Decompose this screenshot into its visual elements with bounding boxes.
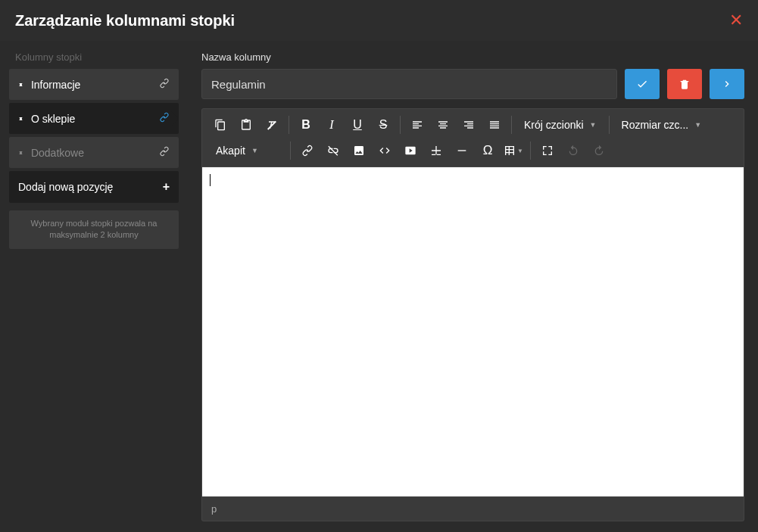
text-cursor [210, 174, 211, 186]
font-size-select[interactable]: Rozmiar czc...▼ [614, 114, 710, 136]
chevron-down-icon: ▼ [694, 121, 701, 129]
column-name-input[interactable] [201, 69, 617, 99]
modal: Zarządzanie kolumnami stopki ✕ Kolumny s… [0, 0, 758, 532]
main-panel: Nazwa kolumny B [188, 41, 758, 532]
input-row [201, 69, 744, 99]
modal-body: Kolumny stopki Informacje O sklepie [0, 41, 758, 532]
sidebar-item-label: O sklepie [31, 113, 75, 125]
clear-format-icon[interactable] [260, 114, 284, 136]
align-center-icon[interactable] [431, 114, 455, 136]
add-item-label: Dodaj nową pozycję [18, 181, 113, 193]
italic-icon[interactable]: I [320, 114, 344, 136]
editor-status-bar: p [201, 497, 744, 521]
chevron-down-icon: ▼ [590, 121, 597, 129]
modal-header: Zarządzanie kolumnami stopki ✕ [0, 0, 758, 41]
underline-icon[interactable]: U [345, 114, 370, 136]
delete-button[interactable] [667, 69, 702, 99]
align-left-icon[interactable] [405, 114, 429, 136]
undo-icon[interactable] [561, 139, 585, 162]
sidebar-item-o-sklepie[interactable]: O sklepie [9, 103, 179, 134]
insert-icon[interactable] [424, 139, 448, 162]
next-button[interactable] [710, 69, 744, 99]
editor-content[interactable] [201, 166, 744, 497]
image-icon[interactable] [347, 139, 371, 162]
sidebar: Kolumny stopki Informacje O sklepie [0, 41, 188, 532]
plus-icon: + [163, 180, 170, 194]
copy-icon[interactable] [208, 114, 232, 136]
table-icon[interactable]: ▼ [501, 139, 526, 162]
align-justify-icon[interactable] [482, 114, 507, 136]
sidebar-item-label: Informacje [31, 79, 80, 91]
modal-title: Zarządzanie kolumnami stopki [15, 12, 235, 30]
chevron-right-icon [721, 78, 733, 90]
sidebar-item-informacje[interactable]: Informacje [9, 69, 179, 100]
format-select[interactable]: Akapit▼ [208, 139, 285, 162]
sidebar-item-label: Dodatkowe [31, 147, 84, 159]
unlink-tool-icon[interactable] [321, 139, 345, 162]
video-icon[interactable] [398, 139, 423, 162]
horizontal-rule-icon[interactable] [450, 139, 474, 162]
trash-icon [678, 78, 691, 90]
close-icon[interactable]: ✕ [729, 11, 743, 30]
link-icon [159, 112, 170, 125]
bold-icon[interactable]: B [294, 114, 318, 136]
chevron-down-icon: ▼ [251, 147, 258, 154]
link-tool-icon[interactable] [295, 139, 320, 162]
link-icon [159, 78, 170, 91]
add-new-item-button[interactable]: Dodaj nową pozycję + [9, 171, 179, 203]
special-char-icon[interactable]: Ω [476, 139, 500, 162]
fullscreen-icon[interactable] [535, 139, 560, 162]
code-icon[interactable] [373, 139, 397, 162]
hint-text: Wybrany moduł stopki pozwala na maksymal… [9, 210, 179, 249]
confirm-button[interactable] [625, 69, 660, 99]
sidebar-item-dodatkowe[interactable]: Dodatkowe [9, 137, 179, 168]
check-icon [636, 78, 648, 90]
paste-icon[interactable] [234, 114, 258, 136]
font-family-select[interactable]: Krój czcionki▼ [516, 114, 604, 136]
editor-toolbar: B I U S Krój czcionki▼ Rozmiar czc.. [201, 108, 744, 166]
strikethrough-icon[interactable]: S [371, 114, 395, 136]
sidebar-section-label: Kolumny stopki [9, 48, 179, 69]
link-icon [159, 146, 170, 159]
editor-path: p [211, 503, 217, 515]
redo-icon[interactable] [587, 139, 611, 162]
column-name-label: Nazwa kolumny [201, 51, 744, 63]
align-right-icon[interactable] [457, 114, 481, 136]
